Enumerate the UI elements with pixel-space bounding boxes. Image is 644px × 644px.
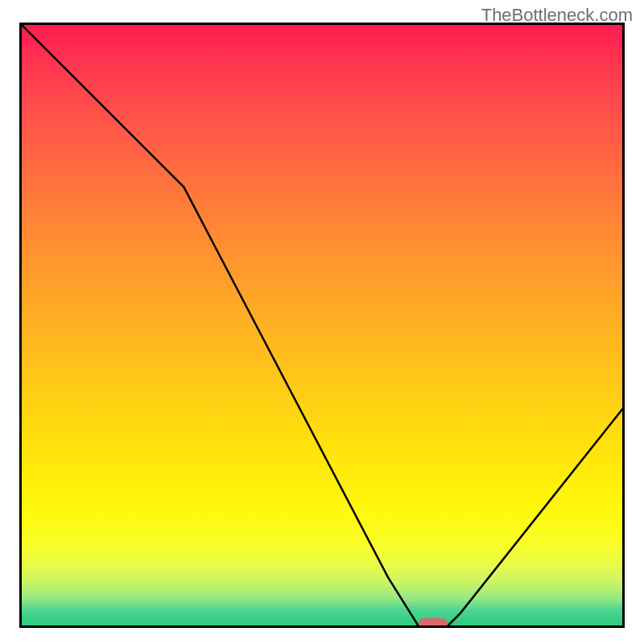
chart-container: TheBottleneck.com bbox=[0, 0, 644, 644]
watermark-text: TheBottleneck.com bbox=[481, 5, 633, 26]
optimal-range-marker bbox=[419, 618, 448, 628]
plot-area bbox=[19, 23, 625, 628]
bottleneck-curve bbox=[22, 25, 622, 625]
